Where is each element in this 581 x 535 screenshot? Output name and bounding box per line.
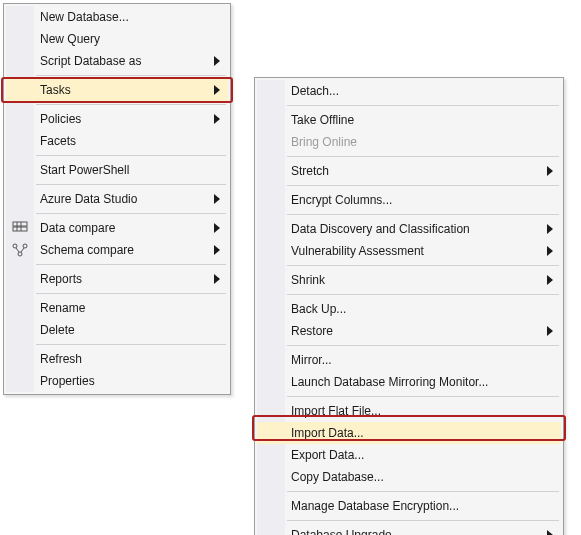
menu-item-start-powershell[interactable]: Start PowerShell xyxy=(6,159,228,181)
menu-item-label: Export Data... xyxy=(291,448,364,462)
menu-separator xyxy=(287,185,559,186)
submenu-arrow-icon xyxy=(214,268,220,290)
menu-item-data-discovery-and-classification[interactable]: Data Discovery and Classification xyxy=(257,218,561,240)
svg-rect-1 xyxy=(13,227,27,231)
menu-item-label: Policies xyxy=(40,112,81,126)
svg-line-7 xyxy=(16,248,19,252)
menu-item-database-upgrade[interactable]: Database Upgrade xyxy=(257,524,561,535)
menu-item-label: Start PowerShell xyxy=(40,163,129,177)
menu-item-label: Bring Online xyxy=(291,135,357,149)
context-menu-primary: New Database...New QueryScript Database … xyxy=(3,3,231,395)
menu-item-refresh[interactable]: Refresh xyxy=(6,348,228,370)
menu-item-label: Properties xyxy=(40,374,95,388)
menu-separator xyxy=(287,520,559,521)
menu-item-rename[interactable]: Rename xyxy=(6,297,228,319)
submenu-arrow-icon xyxy=(547,269,553,291)
menu-separator xyxy=(287,396,559,397)
menu-separator xyxy=(36,344,226,345)
menu-item-data-compare[interactable]: Data compare xyxy=(6,217,228,239)
menu-separator xyxy=(287,105,559,106)
menu-item-facets[interactable]: Facets xyxy=(6,130,228,152)
menu-separator xyxy=(36,155,226,156)
menu-item-delete[interactable]: Delete xyxy=(6,319,228,341)
menu-item-import-flat-file[interactable]: Import Flat File... xyxy=(257,400,561,422)
menu-item-label: Data compare xyxy=(40,221,115,235)
svg-point-5 xyxy=(23,244,27,248)
menu-item-new-database[interactable]: New Database... xyxy=(6,6,228,28)
menu-item-label: Rename xyxy=(40,301,85,315)
submenu-arrow-icon xyxy=(547,218,553,240)
menu-item-label: Copy Database... xyxy=(291,470,384,484)
menu-item-stretch[interactable]: Stretch xyxy=(257,160,561,182)
submenu-arrow-icon xyxy=(547,240,553,262)
menu-item-properties[interactable]: Properties xyxy=(6,370,228,392)
menu-item-policies[interactable]: Policies xyxy=(6,108,228,130)
menu-item-encrypt-columns[interactable]: Encrypt Columns... xyxy=(257,189,561,211)
data-compare-icon xyxy=(6,217,34,239)
menu-separator xyxy=(36,264,226,265)
menu-item-launch-database-mirroring-monitor[interactable]: Launch Database Mirroring Monitor... xyxy=(257,371,561,393)
menu-item-restore[interactable]: Restore xyxy=(257,320,561,342)
submenu-arrow-icon xyxy=(214,239,220,261)
menu-item-shrink[interactable]: Shrink xyxy=(257,269,561,291)
menu-item-label: Reports xyxy=(40,272,82,286)
menu-item-label: Data Discovery and Classification xyxy=(291,222,470,236)
svg-rect-0 xyxy=(13,222,27,226)
menu-item-label: Refresh xyxy=(40,352,82,366)
menu-item-label: Restore xyxy=(291,324,333,338)
menu-item-label: Import Data... xyxy=(291,426,364,440)
svg-line-8 xyxy=(21,248,24,252)
menu-separator xyxy=(287,345,559,346)
menu-item-take-offline[interactable]: Take Offline xyxy=(257,109,561,131)
menu-item-schema-compare[interactable]: Schema compare xyxy=(6,239,228,261)
menu-item-reports[interactable]: Reports xyxy=(6,268,228,290)
menu-item-label: Azure Data Studio xyxy=(40,192,137,206)
menu-item-label: Vulnerability Assessment xyxy=(291,244,424,258)
menu-item-back-up[interactable]: Back Up... xyxy=(257,298,561,320)
menu-separator xyxy=(36,104,226,105)
menu-item-label: Encrypt Columns... xyxy=(291,193,392,207)
menu-item-label: Detach... xyxy=(291,84,339,98)
menu-separator xyxy=(287,265,559,266)
menu-separator xyxy=(287,294,559,295)
schema-compare-icon xyxy=(6,239,34,261)
menu-separator xyxy=(36,213,226,214)
menu-item-label: Launch Database Mirroring Monitor... xyxy=(291,375,488,389)
menu-item-detach[interactable]: Detach... xyxy=(257,80,561,102)
menu-separator xyxy=(287,156,559,157)
menu-item-label: Take Offline xyxy=(291,113,354,127)
menu-item-tasks[interactable]: Tasks xyxy=(6,79,228,101)
svg-point-4 xyxy=(13,244,17,248)
submenu-arrow-icon xyxy=(214,79,220,101)
menu-item-copy-database[interactable]: Copy Database... xyxy=(257,466,561,488)
menu-item-vulnerability-assessment[interactable]: Vulnerability Assessment xyxy=(257,240,561,262)
menu-item-label: Stretch xyxy=(291,164,329,178)
menu-item-mirror[interactable]: Mirror... xyxy=(257,349,561,371)
menu-item-bring-online: Bring Online xyxy=(257,131,561,153)
submenu-arrow-icon xyxy=(214,50,220,72)
menu-item-export-data[interactable]: Export Data... xyxy=(257,444,561,466)
menu-separator xyxy=(36,75,226,76)
menu-item-label: Script Database as xyxy=(40,54,141,68)
menu-item-import-data[interactable]: Import Data... xyxy=(257,422,561,444)
menu-item-azure-data-studio[interactable]: Azure Data Studio xyxy=(6,188,228,210)
submenu-arrow-icon xyxy=(214,188,220,210)
menu-item-label: New Query xyxy=(40,32,100,46)
menu-item-script-database-as[interactable]: Script Database as xyxy=(6,50,228,72)
submenu-arrow-icon xyxy=(547,160,553,182)
menu-item-label: Tasks xyxy=(40,83,71,97)
menu-item-label: Database Upgrade xyxy=(291,528,392,535)
menu-item-new-query[interactable]: New Query xyxy=(6,28,228,50)
menu-separator xyxy=(287,491,559,492)
submenu-arrow-icon xyxy=(547,320,553,342)
menu-item-label: Back Up... xyxy=(291,302,346,316)
submenu-arrow-icon xyxy=(214,217,220,239)
menu-item-manage-database-encryption[interactable]: Manage Database Encryption... xyxy=(257,495,561,517)
menu-item-label: Mirror... xyxy=(291,353,332,367)
menu-separator xyxy=(36,293,226,294)
menu-item-label: Schema compare xyxy=(40,243,134,257)
menu-item-label: Import Flat File... xyxy=(291,404,381,418)
submenu-arrow-icon xyxy=(214,108,220,130)
menu-item-label: Shrink xyxy=(291,273,325,287)
menu-separator xyxy=(36,184,226,185)
